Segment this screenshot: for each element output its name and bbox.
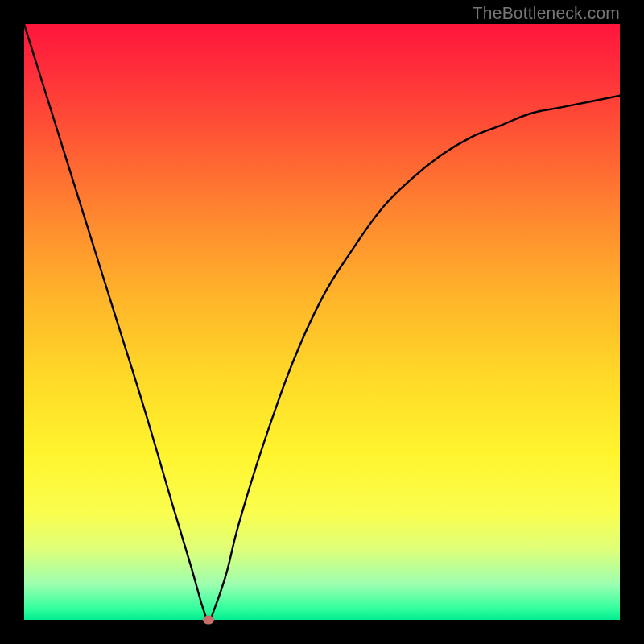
watermark-text: TheBottleneck.com [473,3,620,23]
plot-area [24,24,620,620]
chart-frame: TheBottleneck.com [0,0,644,644]
bottleneck-curve [24,24,620,620]
minimum-point-marker [203,616,214,625]
